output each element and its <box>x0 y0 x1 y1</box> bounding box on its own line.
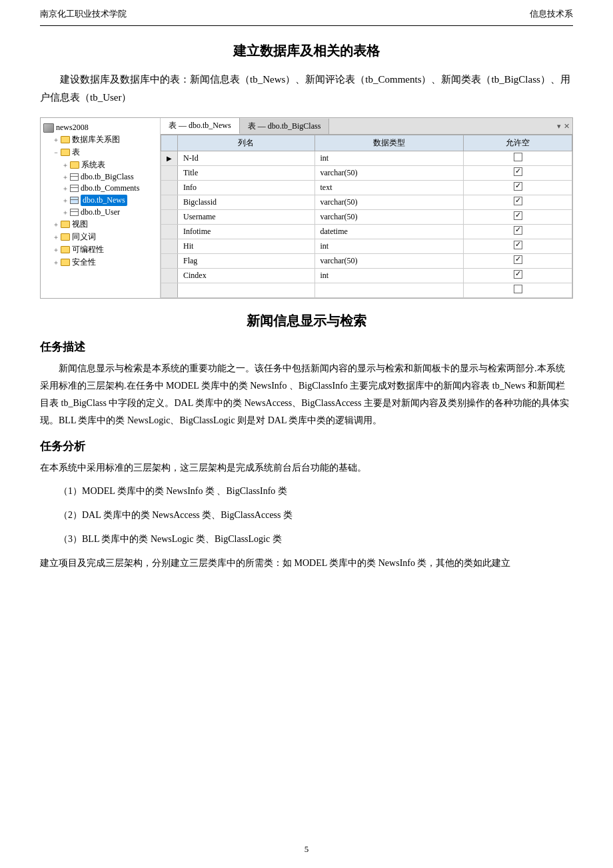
toggle-programmable[interactable]: ＋ <box>53 245 59 255</box>
row-marker-hit <box>161 239 178 254</box>
header-left: 南京化工职业技术学院 <box>40 8 127 20</box>
checkbox-bigclassid <box>514 197 522 205</box>
tree-item-programmable[interactable]: ＋ 可编程性 <box>43 243 157 256</box>
folder-icon-synonym <box>61 233 70 241</box>
cell-null-bigclassid <box>464 195 572 210</box>
cell-type-hit: int <box>314 239 464 254</box>
table-row[interactable]: Title varchar(50) <box>161 166 572 181</box>
row-marker-info <box>161 181 178 195</box>
checkbox-nid <box>514 153 522 161</box>
page-footer: 5 <box>0 844 613 855</box>
row-marker-empty <box>161 283 178 298</box>
cell-colname-cindex: Cindex <box>178 269 315 283</box>
table-row[interactable]: Cindex int <box>161 269 572 283</box>
section2-title: 新闻信息显示与检索 <box>40 312 573 330</box>
table-row[interactable]: Bigclassid varchar(50) <box>161 195 572 210</box>
table-row[interactable]: ▶ N-Id int <box>161 151 572 166</box>
row-marker-bigclassid <box>161 195 178 210</box>
tree-label-programmable: 可编程性 <box>72 244 104 255</box>
section1-intro: 建设数据库及数据库中的表：新闻信息表（tb_News）、新闻评论表（tb_Com… <box>40 71 573 107</box>
tree-item-news[interactable]: ＋ dbo.tb_News <box>43 194 157 207</box>
tree-label-bigclass: dbo.tb_BigClass <box>81 172 134 182</box>
tree-label-systable: 系统表 <box>81 159 105 171</box>
tree-label-user: dbo.tb_User <box>81 207 120 217</box>
toggle-user[interactable]: ＋ <box>62 208 69 217</box>
folder-icon-programmable <box>61 246 70 253</box>
tree-label-comments: dbo.tb_Comments <box>81 183 139 193</box>
table-row[interactable]: Flag varchar(50) <box>161 254 572 269</box>
toggle-dbrelation[interactable]: ＋ <box>53 135 59 145</box>
tree-item-table-group[interactable]: － 表 <box>43 146 157 159</box>
tab-tb-bigclass[interactable]: 表 — dbo.tb_BigClass <box>240 119 330 134</box>
checkbox-infotime <box>514 226 522 235</box>
tree-label-view: 视图 <box>72 219 88 230</box>
close-icon[interactable]: ✕ <box>564 122 570 131</box>
tree-label-security: 安全性 <box>72 257 96 268</box>
toggle-table-group[interactable]: － <box>53 148 59 157</box>
table-row[interactable]: Hit int <box>161 239 572 254</box>
toggle-news[interactable]: ＋ <box>62 196 69 205</box>
table-icon-news <box>70 197 79 204</box>
tree-item-comments[interactable]: ＋ dbo.tb_Comments <box>43 183 157 194</box>
table-row[interactable]: Info text <box>161 181 572 195</box>
table-icon-bigclass <box>70 173 79 181</box>
cell-type-bigclassid: varchar(50) <box>314 195 464 210</box>
tree-item-synonym[interactable]: ＋ 同义词 <box>43 231 157 243</box>
cell-type-nid: int <box>314 151 464 166</box>
cell-type-cindex: int <box>314 269 464 283</box>
cell-colname-empty <box>178 283 315 298</box>
tree-label-synonym: 同义词 <box>72 231 96 243</box>
tree-item-security[interactable]: ＋ 安全性 <box>43 256 157 269</box>
cell-null-nid <box>464 151 572 166</box>
tree-item-bigclass[interactable]: ＋ dbo.tb_BigClass <box>43 171 157 183</box>
cell-colname-nid: N-Id <box>178 151 315 166</box>
table-panel: 表 — dbo.tb_News 表 — dbo.tb_BigClass ▾ ✕ … <box>161 118 572 298</box>
table-tabs: 表 — dbo.tb_News 表 — dbo.tb_BigClass ▾ ✕ <box>161 118 572 135</box>
cell-null-info <box>464 181 572 195</box>
th-marker <box>161 135 178 151</box>
pin-icon[interactable]: ▾ <box>557 122 561 131</box>
cell-type-empty <box>314 283 464 298</box>
table-icon-comments <box>70 185 79 192</box>
task-analysis-title: 任务分析 <box>40 439 573 454</box>
task-desc-body: 新闻信息显示与检索是本系统的重要功能之一。该任务中包括新闻内容的显示与检索和新闻… <box>40 360 573 429</box>
db-fields-table: 列名 数据类型 允许空 ▶ N-Id int Title <box>161 135 572 298</box>
tree-item-user[interactable]: ＋ dbo.tb_User <box>43 207 157 218</box>
cell-colname-info: Info <box>178 181 315 195</box>
table-row[interactable]: Username varchar(50) <box>161 210 572 225</box>
list-item-2: （2）DAL 类库中的类 NewsAccess 类、BigClassAccess… <box>40 507 573 524</box>
tree-item-systable[interactable]: ＋ 系统表 <box>43 159 157 171</box>
toggle-bigclass[interactable]: ＋ <box>62 173 69 182</box>
toggle-view[interactable]: ＋ <box>53 220 59 229</box>
toggle-security[interactable]: ＋ <box>53 258 59 267</box>
tree-label-table-group: 表 <box>72 147 80 158</box>
row-marker-flag <box>161 254 178 269</box>
tree-item-news2008[interactable]: news2008 <box>43 122 157 133</box>
cell-colname-title: Title <box>178 166 315 181</box>
build-paragraph: 建立项目及完成三层架构，分别建立三层类库中的所需类：如 MODEL 类库中的类 … <box>40 555 573 572</box>
page-header: 南京化工职业技术学院 信息技术系 <box>40 0 573 26</box>
tree-panel: news2008 ＋ 数据库关系图 － 表 ＋ 系统表 <box>41 118 161 298</box>
tree-item-view[interactable]: ＋ 视图 <box>43 218 157 231</box>
cell-type-username: varchar(50) <box>314 210 464 225</box>
toggle-systable[interactable]: ＋ <box>62 161 69 170</box>
row-arrow-nid: ▶ <box>161 151 178 166</box>
page: 南京化工职业技术学院 信息技术系 建立数据库及相关的表格 建设数据库及数据库中的… <box>0 0 613 868</box>
cell-null-cindex <box>464 269 572 283</box>
toggle-comments[interactable]: ＋ <box>62 184 69 193</box>
cell-null-hit <box>464 239 572 254</box>
tree-item-dbrelation[interactable]: ＋ 数据库关系图 <box>43 133 157 146</box>
cell-colname-hit: Hit <box>178 239 315 254</box>
row-marker-cindex <box>161 269 178 283</box>
toggle-synonym[interactable]: ＋ <box>53 233 59 242</box>
task-desc-title: 任务描述 <box>40 339 573 355</box>
table-row-empty[interactable] <box>161 283 572 298</box>
database-icon <box>43 123 54 133</box>
tree-label-news: dbo.tb_News <box>81 195 127 206</box>
table-row[interactable]: Infotime datetime <box>161 225 572 239</box>
cell-colname-infotime: Infotime <box>178 225 315 239</box>
folder-icon-systable <box>70 161 79 169</box>
checkbox-hit <box>514 241 522 249</box>
cell-colname-username: Username <box>178 210 315 225</box>
tab-tb-news[interactable]: 表 — dbo.tb_News <box>161 118 240 134</box>
